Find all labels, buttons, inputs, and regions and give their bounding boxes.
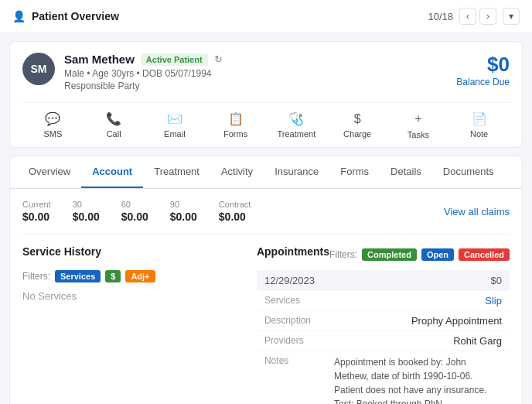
action-bar: 💬SMS📞Call✉️Email📋Forms🩺Treatment$Charge＋… — [22, 102, 510, 147]
service-filters-label: Filters: — [22, 271, 50, 282]
tab-insurance[interactable]: Insurance — [264, 156, 329, 188]
treatment-icon: 🩺 — [288, 111, 304, 126]
action-note-button[interactable]: 📄Note — [448, 104, 510, 146]
appt-filters-row: Filters: Completed Open Cancelled — [329, 248, 510, 261]
balance-item-60: 60$0.00 — [121, 200, 148, 223]
balance-period: 90 — [170, 200, 197, 209]
action-forms-button[interactable]: 📋Forms — [205, 104, 266, 146]
action-call-button[interactable]: 📞Call — [84, 104, 145, 146]
balance-section: $0 Balance Due — [456, 53, 510, 87]
appt-description-row: Description Prophy Appointment — [257, 311, 510, 331]
sms-icon: 💬 — [45, 111, 60, 126]
no-services-message: No Services — [22, 290, 241, 302]
expand-button[interactable]: ▾ — [503, 8, 520, 25]
providers-label: Providers — [264, 335, 334, 346]
header-left: 👤 Patient Overview — [12, 10, 119, 22]
pagination-label: 10/18 — [428, 11, 453, 22]
email-label: Email — [164, 129, 186, 139]
email-icon: ✉️ — [167, 111, 182, 126]
balance-period: 60 — [121, 200, 148, 209]
call-label: Call — [107, 129, 121, 139]
balance-value: $0.00 — [73, 211, 100, 223]
balance-row: Current$0.0030$0.0060$0.0090$0.00Contrac… — [22, 200, 510, 223]
page-title: Patient Overview — [32, 10, 119, 22]
tab-account[interactable]: Account — [81, 156, 143, 188]
patient-details: Sam Methew Active Patient ↻ Male • Age 3… — [64, 53, 223, 91]
treatment-label: Treatment — [278, 129, 316, 139]
slip-link[interactable]: Slip — [485, 295, 502, 306]
patient-meta: Male • Age 30yrs • DOB 05/07/1994 — [64, 68, 223, 79]
tasks-icon: ＋ — [412, 111, 425, 127]
prev-button[interactable]: ‹ — [459, 8, 476, 25]
balance-item-contract: Contract$0.00 — [219, 200, 251, 223]
tab-activity[interactable]: Activity — [210, 156, 264, 188]
tab-forms[interactable]: Forms — [329, 156, 380, 188]
appt-date: 12/29/2023 — [264, 275, 315, 286]
filter-dollar[interactable]: $ — [105, 270, 121, 282]
appt-amount: $0 — [491, 275, 502, 286]
appt-date-row: 12/29/2023 $0 — [257, 270, 510, 291]
balance-period: Contract — [219, 200, 251, 209]
balance-value: $0.00 — [121, 211, 148, 223]
description-label: Description — [264, 315, 334, 326]
balance-item-current: Current$0.00 — [22, 200, 51, 223]
action-email-button[interactable]: ✉️Email — [145, 104, 206, 146]
action-treatment-button[interactable]: 🩺Treatment — [266, 104, 327, 146]
sms-label: SMS — [43, 129, 62, 139]
patient-name: Sam Methew — [64, 53, 135, 66]
service-filters-row: Filters: Services $ Adj+ — [22, 270, 241, 282]
balance-item-30: 30$0.00 — [73, 200, 100, 223]
appt-description: Prophy Appointment — [334, 315, 502, 327]
page-header: 👤 Patient Overview 10/18 ‹ › ▾ — [0, 0, 532, 33]
claims-link[interactable]: View all claims — [444, 206, 510, 217]
next-button[interactable]: › — [479, 8, 496, 25]
tab-details[interactable]: Details — [380, 156, 432, 188]
note-label: Note — [470, 129, 488, 139]
filter-services[interactable]: Services — [55, 270, 101, 282]
filter-cancelled[interactable]: Cancelled — [459, 248, 510, 261]
appointments-col: Appointments Filters: Completed Open Can… — [257, 245, 510, 404]
balance-amount: $0 — [456, 53, 510, 77]
call-icon: 📞 — [106, 111, 121, 126]
filter-completed[interactable]: Completed — [362, 248, 417, 261]
main-content: Current$0.0030$0.0060$0.0090$0.00Contrac… — [9, 188, 523, 404]
forms-icon: 📋 — [228, 111, 244, 126]
balance-value: $0.00 — [170, 211, 197, 223]
appt-notes: Appointment is booked by: John Methew, d… — [334, 355, 502, 404]
balance-value: $0.00 — [219, 211, 251, 223]
filter-open[interactable]: Open — [421, 248, 454, 261]
tab-overview[interactable]: Overview — [18, 156, 81, 188]
note-icon: 📄 — [472, 111, 487, 126]
appointments-title: Appointments — [257, 245, 329, 258]
charge-label: Charge — [343, 129, 371, 139]
patient-name-row: Sam Methew Active Patient ↻ — [64, 53, 223, 66]
patient-info: SM Sam Methew Active Patient ↻ Male • Ag… — [22, 53, 223, 91]
tabs-bar: OverviewAccountTreatmentActivityInsuranc… — [9, 156, 523, 188]
appt-filters-label: Filters: — [329, 249, 357, 260]
status-badge: Active Patient — [141, 53, 208, 66]
balance-period: 30 — [73, 200, 100, 209]
patient-top: SM Sam Methew Active Patient ↻ Male • Ag… — [22, 53, 510, 91]
appt-providers-row: Providers Rohit Garg — [257, 331, 510, 351]
two-col-layout: Service History Filters: Services $ Adj+… — [22, 245, 510, 404]
header-right: 10/18 ‹ › ▾ — [428, 8, 520, 25]
tab-documents[interactable]: Documents — [432, 156, 505, 188]
charge-icon: $ — [354, 112, 361, 126]
avatar: SM — [22, 53, 55, 85]
appt-services-row: Services Slip — [257, 291, 510, 311]
balance-value: $0.00 — [22, 211, 51, 223]
action-tasks-button[interactable]: ＋Tasks — [388, 103, 449, 147]
action-sms-button[interactable]: 💬SMS — [22, 104, 84, 146]
action-charge-button[interactable]: $Charge — [327, 104, 388, 146]
refresh-icon[interactable]: ↻ — [214, 53, 223, 65]
appointment-item: 12/29/2023 $0 Services Slip Description … — [257, 270, 510, 404]
services-label: Services — [264, 295, 334, 306]
service-history-title: Service History — [22, 245, 101, 258]
tab-treatment[interactable]: Treatment — [143, 156, 210, 188]
pagination-nav: ‹ › — [459, 8, 496, 25]
filter-adj[interactable]: Adj+ — [125, 270, 155, 282]
responsible-party: Responsible Party — [64, 80, 223, 91]
divider — [22, 234, 510, 235]
balance-label: Balance Due — [456, 77, 510, 87]
balance-item-90: 90$0.00 — [170, 200, 197, 223]
